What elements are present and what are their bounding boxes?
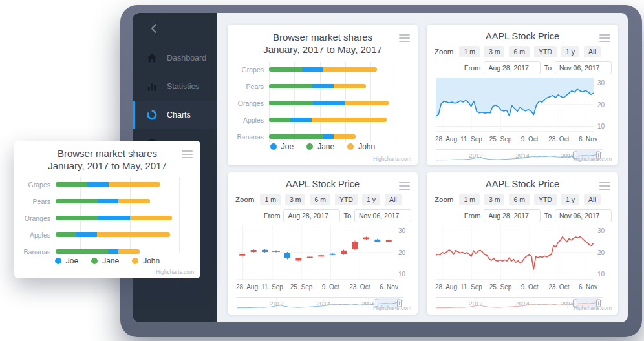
chart-menu-button[interactable]: [599, 180, 610, 192]
credits: Highcharts.com: [574, 305, 612, 311]
to-date-input[interactable]: [354, 209, 411, 222]
legend-item-john[interactable]: John: [347, 142, 375, 151]
bar-segment-joe: [87, 182, 108, 187]
legend-item-jane[interactable]: Jane: [91, 256, 119, 265]
category-label: Oranges: [229, 99, 264, 107]
zoom-button-1m[interactable]: 1 m: [459, 46, 480, 57]
svg-text:11. Sep: 11. Sep: [460, 136, 482, 143]
gridline: [179, 177, 180, 253]
range-selector: Zoom 1 m3 m6 mYTD1 yAll: [435, 46, 613, 57]
floating-chart-card: Browser market shares January, 2017 to M…: [14, 141, 200, 278]
range-selector: Zoom 1 m3 m6 mYTD1 yAll: [235, 194, 413, 205]
legend-item-joe[interactable]: Joe: [270, 142, 294, 151]
credits: Highcharts.com: [373, 156, 411, 162]
bar-segment-jane: [56, 249, 108, 254]
category-label: Pears: [16, 198, 50, 205]
app-window: Dashboard Statistics Charts: [133, 13, 628, 322]
bar-segment-john: [118, 249, 140, 254]
bar-row: Oranges: [269, 101, 409, 105]
zoom-button-1m[interactable]: 1 m: [260, 194, 281, 205]
category-label: Bananas: [229, 133, 264, 141]
bar-segment-joe: [302, 67, 323, 72]
zoom-button-all[interactable]: All: [584, 46, 601, 57]
zoom-label: Zoom: [435, 196, 453, 203]
zoom-button-6m[interactable]: 6 m: [310, 194, 330, 205]
chart-menu-button[interactable]: [399, 32, 410, 44]
bar-segment-jane: [56, 182, 87, 187]
svg-text:20: 20: [597, 249, 605, 256]
svg-text:9. Oct: 9. Oct: [322, 284, 339, 291]
from-label: From: [264, 212, 281, 220]
legend-dot: [306, 143, 313, 150]
bar-segment-joe: [76, 232, 96, 237]
bar-segment-jane: [269, 67, 302, 72]
zoom-button-all[interactable]: All: [385, 194, 402, 205]
chart-subtitle: January, 2017 to May, 2017: [14, 160, 200, 172]
sidebar-item-charts[interactable]: Charts: [133, 101, 217, 129]
svg-text:30: 30: [398, 227, 406, 234]
from-date-input[interactable]: [484, 209, 541, 222]
bar-segment-john: [345, 101, 389, 105]
category-label: Grapes: [16, 181, 50, 189]
stacked-bar: [269, 118, 387, 122]
sidebar-item-dashboard[interactable]: Dashboard: [133, 44, 217, 72]
chart-subtitle: January, 2017 to May, 2017: [228, 43, 418, 56]
svg-text:25. Sep: 25. Sep: [489, 284, 512, 291]
zoom-button-3m[interactable]: 3 m: [285, 194, 306, 205]
zoom-range-buttons: 1 m3 m6 mYTD1 yAll: [459, 46, 600, 57]
zoom-label: Zoom: [235, 196, 254, 203]
home-icon: [146, 52, 158, 64]
chart-title: Browser market shares: [228, 31, 418, 43]
svg-text:28. Aug: 28. Aug: [435, 284, 457, 291]
zoom-button-6m[interactable]: 6 m: [509, 46, 530, 57]
sidebar-item-label: Dashboard: [167, 54, 206, 63]
aapl-line-card: AAPL Stock Price Zoom 1 m3 m6 mYTD1 yAll…: [427, 172, 618, 315]
zoom-button-3m[interactable]: 3 m: [484, 194, 505, 205]
from-date-input[interactable]: [283, 209, 340, 222]
legend-item-john[interactable]: John: [132, 256, 160, 265]
to-date-input[interactable]: [555, 209, 612, 222]
bar-row: Grapes: [56, 182, 191, 187]
svg-text:23. Oct: 23. Oct: [349, 284, 370, 291]
bar-segment-jane: [269, 134, 323, 139]
back-button[interactable]: [148, 22, 161, 35]
chart-menu-button[interactable]: [399, 180, 410, 192]
zoom-button-ytd[interactable]: YTD: [335, 194, 358, 205]
chart-menu-button[interactable]: [599, 32, 610, 44]
sidebar-item-label: Charts: [167, 110, 191, 119]
zoom-button-1m[interactable]: 1 m: [459, 194, 480, 205]
legend-item-joe[interactable]: Joe: [55, 256, 78, 265]
chevron-left-icon: [148, 22, 161, 35]
svg-text:2016: 2016: [561, 152, 574, 159]
svg-text:10: 10: [597, 271, 605, 278]
bar-row: Bananas: [269, 134, 409, 139]
legend-dot: [132, 258, 138, 264]
zoom-button-1y[interactable]: 1 y: [362, 194, 380, 205]
zoom-button-all[interactable]: All: [584, 194, 601, 205]
line-chart: 30201028. Aug11. Sep25. Sep9. Oct23. Oct…: [431, 224, 614, 294]
sidebar-item-statistics[interactable]: Statistics: [133, 72, 217, 101]
zoom-button-ytd[interactable]: YTD: [534, 46, 557, 57]
legend-dot: [55, 258, 61, 264]
legend-label: John: [358, 142, 375, 151]
zoom-button-6m[interactable]: 6 m: [509, 194, 530, 205]
zoom-button-1y[interactable]: 1 y: [561, 46, 579, 57]
aapl-area-card: AAPL Stock Price Zoom 1 m3 m6 mYTD1 yAll…: [427, 25, 618, 165]
bar-segment-john: [334, 84, 366, 88]
zoom-button-3m[interactable]: 3 m: [484, 46, 505, 57]
bar-chart-plot: GrapesPearsOrangesApplesBananas: [269, 62, 409, 142]
zoom-button-ytd[interactable]: YTD: [534, 194, 557, 205]
svg-text:11. Sep: 11. Sep: [460, 284, 482, 291]
zoom-button-1y[interactable]: 1 y: [561, 194, 579, 205]
date-range: From To: [464, 209, 612, 222]
bar-row: Grapes: [269, 67, 409, 72]
bar-chart-icon: [146, 81, 158, 92]
page: { "credits": "Highcharts.com", "colors":…: [0, 0, 644, 341]
to-date-input[interactable]: [555, 61, 612, 74]
chart-menu-button[interactable]: [182, 149, 193, 160]
from-date-input[interactable]: [484, 61, 541, 74]
bar-segment-joe: [312, 84, 334, 88]
legend-label: Joe: [281, 142, 294, 151]
legend-item-jane[interactable]: Jane: [306, 142, 334, 151]
legend-label: Jane: [102, 256, 119, 265]
